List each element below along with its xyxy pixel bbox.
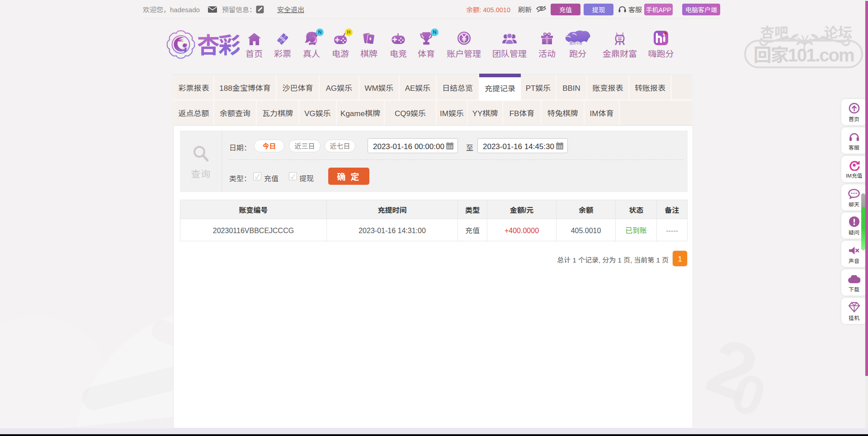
svg-text:跑分平台: 跑分平台 — [570, 41, 582, 45]
